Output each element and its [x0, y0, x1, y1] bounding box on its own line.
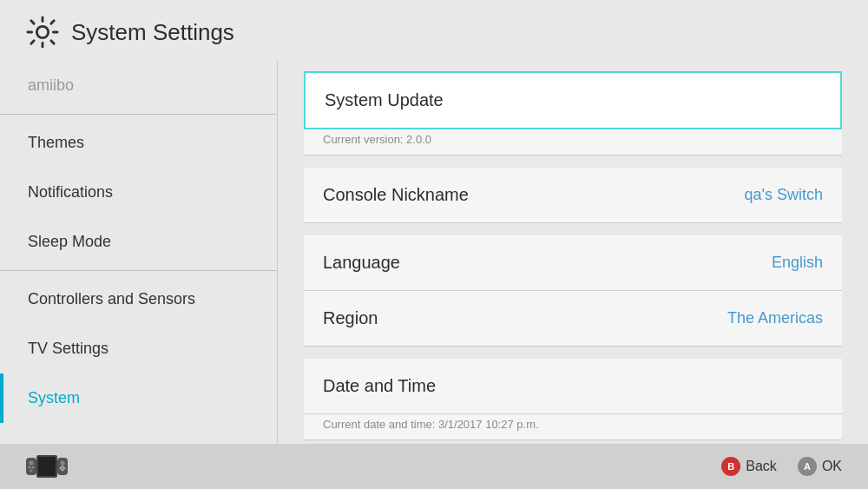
language-item[interactable]: Language English	[304, 235, 842, 291]
svg-point-2	[30, 461, 34, 466]
date-time-sub: Current date and time: 3/1/2017 10:27 p.…	[304, 414, 842, 440]
sidebar-item-amiibo-label: amiibo	[28, 76, 74, 94]
language-label: Language	[323, 253, 400, 273]
sidebar: amiibo Themes Notifications Sleep Mode C…	[0, 61, 278, 444]
sidebar-item-sleep-mode[interactable]: Sleep Mode	[0, 217, 277, 267]
sidebar-item-controllers-label: Controllers and Sensors	[28, 290, 195, 307]
region-label: Region	[323, 308, 378, 328]
settings-panel: System Update Current version: 2.0.0 Con…	[278, 61, 868, 444]
footer-buttons: B Back A OK	[721, 457, 842, 476]
console-icon-area	[26, 454, 68, 479]
settings-gear-icon	[26, 16, 59, 49]
a-button-icon: A	[798, 457, 817, 476]
back-button[interactable]: B Back	[721, 457, 777, 476]
sidebar-item-tv-settings-label: TV Settings	[28, 340, 108, 357]
back-label: Back	[746, 459, 777, 474]
sidebar-item-themes-label: Themes	[28, 134, 84, 151]
date-time-value: Current date and time: 3/1/2017 10:27 p.…	[323, 418, 539, 431]
language-value: English	[772, 254, 823, 272]
sidebar-item-tv-settings[interactable]: TV Settings	[0, 324, 277, 373]
svg-point-9	[61, 461, 65, 466]
switch-console-icon	[26, 454, 68, 479]
region-value: The Americas	[727, 309, 823, 327]
svg-point-0	[36, 26, 48, 37]
sidebar-item-system-label: System	[28, 389, 80, 406]
svg-point-4	[32, 466, 35, 469]
system-update-version: Current version: 2.0.0	[323, 133, 431, 146]
svg-point-13	[62, 469, 64, 472]
system-update-group: System Update Current version: 2.0.0	[304, 71, 842, 155]
sidebar-divider-2	[0, 270, 277, 271]
date-time-group: Date and Time Current date and time: 3/1…	[304, 359, 842, 440]
main-content: amiibo Themes Notifications Sleep Mode C…	[0, 61, 868, 444]
console-nickname-value: qa's Switch	[745, 186, 823, 204]
console-nickname-label: Console Nickname	[323, 185, 469, 205]
sidebar-item-controllers[interactable]: Controllers and Sensors	[0, 274, 277, 324]
console-nickname-item[interactable]: Console Nickname qa's Switch	[304, 168, 842, 223]
svg-point-3	[29, 466, 31, 469]
sidebar-item-system[interactable]: System	[0, 373, 277, 423]
sidebar-item-amiibo[interactable]: amiibo	[0, 61, 277, 110]
system-update-item[interactable]: System Update	[304, 71, 842, 129]
page-title: System Settings	[71, 19, 234, 46]
ok-button[interactable]: A OK	[798, 457, 842, 476]
date-time-label: Date and Time	[323, 376, 436, 396]
header: System Settings	[0, 0, 868, 61]
region-item[interactable]: Region The Americas	[304, 291, 842, 347]
locale-group: Language English Region The Americas	[304, 235, 842, 347]
sidebar-item-notifications-label: Notifications	[28, 183, 113, 201]
b-button-label: B	[727, 461, 734, 472]
date-time-item[interactable]: Date and Time	[304, 359, 842, 414]
sidebar-item-themes[interactable]: Themes	[0, 118, 277, 168]
system-update-sub: Current version: 2.0.0	[304, 129, 842, 155]
sidebar-item-notifications[interactable]: Notifications	[0, 168, 277, 217]
svg-rect-1	[26, 458, 36, 475]
b-button-icon: B	[721, 457, 740, 476]
ok-label: OK	[822, 459, 842, 474]
svg-rect-7	[38, 457, 56, 476]
footer: B Back A OK	[0, 444, 868, 489]
svg-point-5	[30, 470, 33, 472]
sidebar-item-sleep-mode-label: Sleep Mode	[28, 233, 111, 250]
console-nickname-group: Console Nickname qa's Switch	[304, 168, 842, 223]
system-update-label: System Update	[325, 90, 444, 110]
sidebar-divider-1	[0, 114, 277, 115]
a-button-label: A	[804, 461, 811, 472]
